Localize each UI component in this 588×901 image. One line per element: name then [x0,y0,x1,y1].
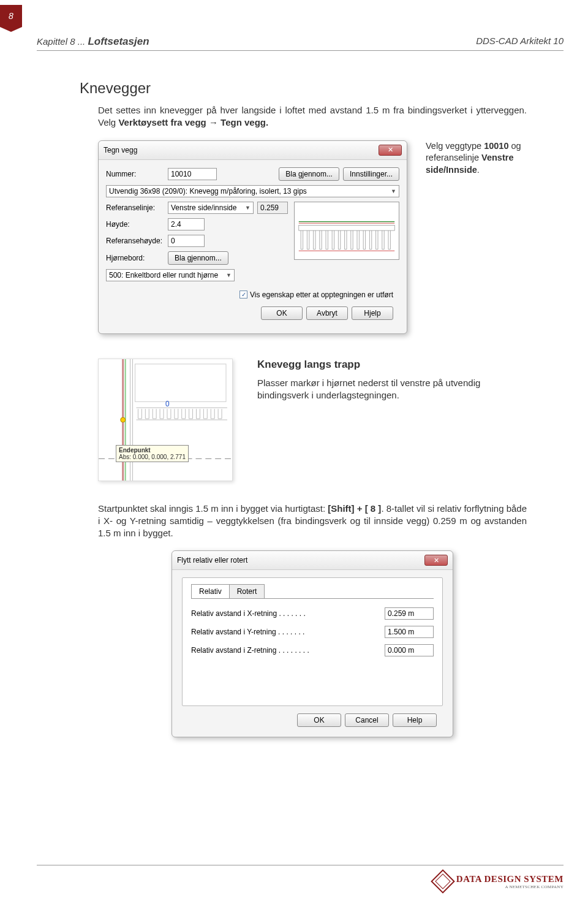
close-icon[interactable]: ✕ [379,145,402,156]
intro-bold: Verktøysett fra vegg → Tegn vegg. [118,117,268,127]
hjorne-combo[interactable]: 500: Enkeltbord eller rundt hjørne ▼ [106,269,235,281]
side-note-1: Velg veggtype 10010 og referanselinje Ve… [426,140,527,177]
nummer-label: Nummer: [106,170,164,178]
dialog-titlebar: Tegn vegg ✕ [99,141,407,160]
hoyde-label: Høyde: [106,220,164,229]
wall-preview [294,202,399,260]
header-left: Kapittel 8 ... Loftsetasjen [37,36,149,48]
ok-button-2[interactable]: OK [297,713,341,727]
content-area: Knevegger Det settes inn knevegger på hv… [80,80,527,737]
nummer-input[interactable] [168,168,217,180]
ref-combo[interactable]: Venstre side/innside ▼ [168,202,254,214]
page-header: Kapittel 8 ... Loftsetasjen DDS-CAD Arki… [37,36,564,51]
tab-rotert[interactable]: Rotert [229,584,265,598]
hjorne-combo-text: 500: Enkeltbord eller rundt hjørne [109,271,218,279]
y-input[interactable] [385,626,434,638]
z-input[interactable] [385,644,434,656]
close-icon[interactable]: ✕ [424,555,448,566]
bla-gjennom-button[interactable]: Bla gjennom... [279,167,339,181]
cancel-button[interactable]: Avbryt [306,306,348,320]
innstillinger-button[interactable]: Innstillinger... [343,167,399,181]
ref-num [257,202,288,214]
ok-button[interactable]: OK [261,306,303,320]
footer-logo: DATA DESIGN SYSTEM A NEMETSCHEK COMPANY [434,873,564,890]
chapter-label: Kapittel 8 ... [37,36,85,47]
intro-paragraph: Det settes inn knevegger på hver langsid… [80,104,527,129]
tegn-vegg-dialog: Tegn vegg ✕ Nummer: Bla gjennom... Innst… [98,140,407,334]
tab-bar: Relativ Rotert [191,584,434,599]
chevron-down-icon: ▼ [226,272,232,278]
tooltip-coords: Abs: 0.000, 0.000, 2.771 [119,454,186,460]
ref-value: Venstre side/innside [171,203,236,212]
svg-text:0: 0 [165,400,170,408]
brand-name: DATA DESIGN SYSTEM [456,874,564,884]
refh-label: Referansehøyde: [106,237,164,245]
dialog2-body: Relativ Rotert Relativ avstand i X-retni… [172,570,453,737]
chapter-title: Loftsetasjen [88,36,149,47]
x-input[interactable] [385,607,434,620]
wall-type-text: Utvendig 36x98 (209/0): Knevegg m/påfori… [109,187,307,196]
checkbox-icon[interactable]: ✓ [239,291,247,298]
svg-point-10 [121,417,126,422]
footer-rule [37,865,564,865]
sn-text-1: Velg veggtype [426,141,484,151]
z-label: Relativ avstand i Z-retning . . . . . . … [191,646,385,655]
refh-input[interactable] [168,235,205,247]
page-number: 8 [9,11,13,21]
dialog-title: Tegn vegg [104,146,137,154]
x-label: Relativ avstand i X-retning . . . . . . … [191,609,385,618]
svg-rect-2 [299,225,394,230]
tab-relativ[interactable]: Relativ [191,584,230,598]
endpoint-tooltip: Endepunkt Abs: 0.000, 0.000, 2.771 [116,445,189,462]
s3-bold: [Shift] + [ 8 ] [328,503,381,514]
section-heading-knevegger: Knevegger [80,80,527,97]
logo-icon [431,869,455,894]
cad-snapshot: 0 Endepunkt Abs: 0.000, 0.000, 2.771 [98,359,233,481]
help-button[interactable]: Hjelp [352,306,393,320]
ref-label: Referanselinje: [106,203,164,212]
chevron-down-icon: ▼ [245,205,251,211]
hoyde-input[interactable] [168,218,205,230]
tooltip-title: Endepunkt [119,447,186,454]
dialog2-titlebar: Flytt relativ eller rotert ✕ [172,551,453,570]
dialog2-title: Flytt relativ eller rotert [177,556,247,565]
product-name: DDS-CAD Arkitekt 10 [476,36,564,48]
svg-rect-8 [135,363,227,401]
wall-type-combo[interactable]: Utvendig 36x98 (209/0): Knevegg m/påfori… [106,185,399,197]
section2-paragraph: Plasser markør i hjørnet nederst til ven… [257,377,527,402]
sn-bold-1: 10010 [484,141,508,151]
help-button-2[interactable]: Help [393,713,437,727]
cancel-button-2[interactable]: Cancel [345,713,389,727]
sn-text-3: . [477,165,480,175]
y-label: Relativ avstand i Y-retning . . . . . . … [191,628,385,636]
section3-paragraph: Startpunktet skal inngis 1.5 m inn i byg… [98,503,527,540]
chevron-down-icon: ▼ [391,188,396,194]
brand-sub: A NEMETSCHEK COMPANY [456,884,564,889]
s3-text-1: Startpunktet skal inngis 1.5 m inn i byg… [98,503,328,514]
flytt-relativ-dialog: Flytt relativ eller rotert ✕ Relativ Rot… [172,550,453,737]
hjorne-browse-button[interactable]: Bla gjennom... [168,251,228,265]
page-number-badge: 8 [0,5,22,27]
hjorne-label: Hjørnebord: [106,254,164,262]
dialog-body: Nummer: Bla gjennom... Innstillinger... … [99,160,407,333]
checkbox-label: Vis egenskap etter at opptegningen er ut… [250,291,393,299]
subheading-knevegg-trapp: Knevegg langs trapp [257,359,527,371]
